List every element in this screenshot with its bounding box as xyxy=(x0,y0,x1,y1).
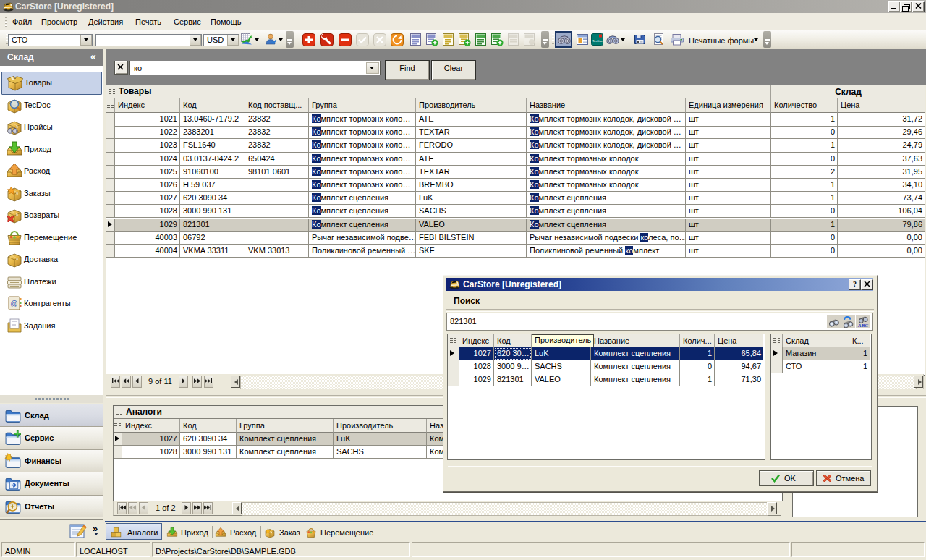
svg-text:@: @ xyxy=(11,300,18,307)
svg-text:ABC: ABC xyxy=(857,323,868,328)
svg-text:TecDoc: TecDoc xyxy=(592,39,603,43)
